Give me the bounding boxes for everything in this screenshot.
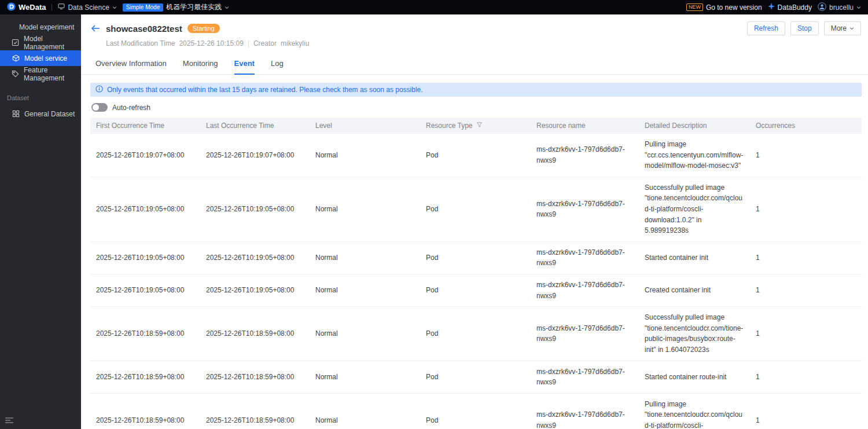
table-row: 2025-12-26T10:18:59+08:002025-12-26T10:1… bbox=[90, 393, 862, 429]
cell-first-occurrence-time: 2025-12-26T10:19:05+08:00 bbox=[90, 177, 200, 241]
tab-monitoring[interactable]: Monitoring bbox=[183, 54, 218, 75]
table-row: 2025-12-26T10:18:59+08:002025-12-26T10:1… bbox=[90, 361, 862, 393]
go-to-new-version-link[interactable]: NEW Go to new version bbox=[686, 3, 762, 12]
cell-resource-name: ms-dxzrk6vv-1-797d6d6db7-nwxs9 bbox=[531, 177, 639, 241]
sidebar-item-model-experiment[interactable]: Model experiment bbox=[0, 19, 81, 35]
main-panel: showcase0822test Starting Refresh Stop M… bbox=[81, 14, 868, 429]
retention-notice: Only events that occurred within the las… bbox=[90, 83, 862, 97]
chevron-down-icon bbox=[225, 3, 229, 12]
stop-button[interactable]: Stop bbox=[790, 21, 819, 35]
cell-resource-type: Pod bbox=[420, 274, 531, 306]
meta-divider: | bbox=[248, 39, 249, 47]
chevron-down-icon bbox=[856, 3, 861, 12]
cell-description: Started container init bbox=[639, 241, 750, 274]
cell-occurrences: 1 bbox=[750, 177, 862, 241]
col-detailed-description: Detailed Description bbox=[639, 118, 750, 134]
cell-resource-name: ms-dxzrk6vv-1-797d6d6db7-nwxs9 bbox=[531, 274, 639, 306]
page-title: showcase0822test bbox=[106, 24, 182, 34]
cell-level: Normal bbox=[310, 361, 420, 393]
cell-last-occurrence-time: 2025-12-26T10:19:05+08:00 bbox=[200, 241, 310, 274]
col-last-occurrence-time: Last Occurrence Time bbox=[200, 118, 310, 134]
tab-overview-information[interactable]: Overview Information bbox=[95, 54, 167, 75]
table-row: 2025-12-26T10:18:59+08:002025-12-26T10:1… bbox=[90, 307, 862, 361]
col-resource-type: Resource Type bbox=[420, 118, 531, 134]
table-row: 2025-12-26T10:19:05+08:002025-12-26T10:1… bbox=[90, 177, 862, 241]
topbar-divider bbox=[52, 4, 52, 11]
databuddy-entry[interactable]: DataBuddy bbox=[768, 3, 812, 12]
user-menu[interactable]: brucellu bbox=[818, 2, 861, 13]
go-to-new-version-label: Go to new version bbox=[706, 3, 762, 12]
cell-description: Pulling image "tione.tencentcloudcr.com/… bbox=[639, 393, 750, 429]
tab-event[interactable]: Event bbox=[234, 54, 255, 75]
product-menu-label: Data Science bbox=[68, 3, 109, 12]
product-menu[interactable]: Data Science bbox=[58, 3, 116, 12]
refresh-button[interactable]: Refresh bbox=[747, 21, 785, 35]
monitor-icon bbox=[58, 3, 65, 12]
filter-icon[interactable] bbox=[476, 122, 483, 130]
more-button[interactable]: More bbox=[824, 21, 861, 35]
cell-level: Normal bbox=[310, 307, 420, 361]
cell-last-occurrence-time: 2025-12-26T10:18:59+08:00 bbox=[200, 393, 310, 429]
table-row: 2025-12-26T10:19:05+08:002025-12-26T10:1… bbox=[90, 241, 862, 274]
sidebar-item-label: Model experiment bbox=[19, 23, 74, 31]
cell-last-occurrence-time: 2025-12-26T10:19:05+08:00 bbox=[200, 274, 310, 306]
sidebar-item-general-dataset[interactable]: General Dataset bbox=[0, 106, 81, 122]
cell-first-occurrence-time: 2025-12-26T10:18:59+08:00 bbox=[90, 307, 200, 361]
cell-resource-name: ms-dxzrk6vv-1-797d6d6db7-nwxs9 bbox=[531, 134, 639, 177]
cell-resource-type: Pod bbox=[420, 177, 531, 241]
table-row: 2025-12-26T10:19:05+08:002025-12-26T10:1… bbox=[90, 274, 862, 306]
more-button-label: More bbox=[831, 24, 847, 32]
tab-log[interactable]: Log bbox=[271, 54, 284, 75]
sidebar-item-label: Model Management bbox=[24, 35, 81, 51]
databuddy-label: DataBuddy bbox=[778, 3, 812, 12]
sidebar-item-label: General Dataset bbox=[24, 110, 75, 118]
back-button[interactable] bbox=[90, 23, 101, 34]
model-management-icon bbox=[12, 39, 19, 47]
cell-description: Pulling image "ccr.ccs.tencentyun.com/ml… bbox=[639, 134, 750, 177]
last-modification-label: Last Modification Time bbox=[106, 39, 175, 47]
cell-last-occurrence-time: 2025-12-26T10:18:59+08:00 bbox=[200, 307, 310, 361]
sidebar-item-feature-management[interactable]: Feature Management bbox=[0, 66, 81, 82]
cell-last-occurrence-time: 2025-12-26T10:19:05+08:00 bbox=[200, 177, 310, 241]
auto-refresh-label: Auto-refresh bbox=[112, 104, 150, 112]
model-service-icon bbox=[12, 54, 20, 63]
project-selector[interactable]: Simple Mode 机器学习最佳实践 bbox=[123, 2, 229, 12]
sidebar-item-model-service[interactable]: Model service bbox=[0, 50, 81, 66]
cell-resource-type: Pod bbox=[420, 134, 531, 177]
cell-occurrences: 1 bbox=[750, 393, 862, 429]
auto-refresh-toggle[interactable] bbox=[91, 103, 108, 112]
sidebar-item-model-management[interactable]: Model Management bbox=[0, 35, 81, 50]
feature-management-icon bbox=[12, 70, 19, 78]
general-dataset-icon bbox=[12, 110, 20, 118]
sidebar-item-label: Model service bbox=[24, 54, 67, 63]
sidebar-collapse-button[interactable] bbox=[5, 416, 15, 424]
cell-resource-name: ms-dxzrk6vv-1-797d6d6db7-nwxs9 bbox=[531, 241, 639, 274]
cell-level: Normal bbox=[310, 134, 420, 177]
cell-level: Normal bbox=[310, 177, 420, 241]
wedata-logo[interactable]: WeData bbox=[7, 2, 46, 13]
cell-occurrences: 1 bbox=[750, 361, 862, 393]
cell-last-occurrence-time: 2025-12-26T10:19:07+08:00 bbox=[200, 134, 310, 177]
cell-level: Normal bbox=[310, 393, 420, 429]
cell-first-occurrence-time: 2025-12-26T10:19:05+08:00 bbox=[90, 274, 200, 306]
col-resource-name: Resource name bbox=[531, 118, 639, 134]
sidebar-item-label: Feature Management bbox=[24, 66, 81, 82]
new-badge: NEW bbox=[686, 3, 703, 11]
cell-resource-name: ms-dxzrk6vv-1-797d6d6db7-nwxs9 bbox=[531, 307, 639, 361]
dataset-section-label: Dataset bbox=[7, 94, 81, 101]
events-table: First Occurrence Time Last Occurrence Ti… bbox=[90, 118, 862, 429]
brand-name: WeData bbox=[19, 3, 46, 12]
col-occurrences: Occurrences bbox=[750, 118, 862, 134]
cell-description: Started container route-init bbox=[639, 361, 750, 393]
cell-occurrences: 1 bbox=[750, 274, 862, 306]
info-icon bbox=[95, 85, 103, 94]
cell-resource-type: Pod bbox=[420, 393, 531, 429]
status-badge: Starting bbox=[187, 24, 220, 33]
last-modification-time: 2025-12-26 10:15:09 bbox=[179, 39, 243, 47]
cell-level: Normal bbox=[310, 241, 420, 274]
cell-last-occurrence-time: 2025-12-26T10:18:59+08:00 bbox=[200, 361, 310, 393]
cell-level: Normal bbox=[310, 274, 420, 306]
tab-bar: Overview InformationMonitoringEventLog bbox=[81, 54, 868, 75]
cell-description: Successfully pulled image "tione.tencent… bbox=[639, 177, 750, 241]
cell-resource-type: Pod bbox=[420, 241, 531, 274]
